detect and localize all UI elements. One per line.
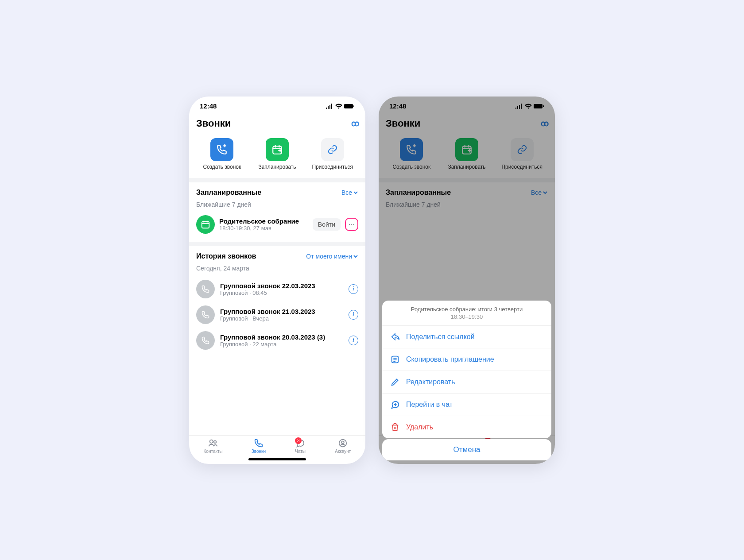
svg-rect-3	[202, 221, 209, 228]
share-icon	[390, 332, 400, 342]
info-icon[interactable]: i	[349, 336, 358, 345]
status-icons	[326, 104, 355, 109]
status-time: 12:48	[200, 102, 217, 110]
svg-rect-0	[344, 104, 353, 108]
tab-chats[interactable]: 3Чаты	[294, 438, 306, 454]
scheduled-filter[interactable]: Все	[341, 189, 358, 196]
sheet-header: Родительское собрание: итоги 3 четверти …	[382, 301, 551, 326]
status-bar: 12:48	[189, 97, 365, 116]
page-header: Звонки ꝏ	[189, 116, 365, 135]
svg-point-7	[342, 441, 345, 444]
calendar-plus-icon	[266, 138, 289, 161]
history-section: История звонков От моего имени Сегодня, …	[189, 246, 365, 353]
sheet-copy[interactable]: Скопировать приглашение	[382, 348, 551, 371]
info-icon[interactable]: i	[349, 284, 358, 294]
link-icon	[321, 138, 344, 161]
sheet-edit[interactable]: Редактировать	[382, 371, 551, 394]
history-item[interactable]: Групповой звонок 21.03.2023Групповой · В…	[196, 302, 358, 328]
event-title: Родительское собрание	[219, 217, 308, 225]
chevron-down-icon	[353, 190, 358, 195]
phone-right: 12:48 Звонкиꝏ Создать звонок Запланирова…	[379, 97, 555, 464]
phone-icon	[196, 305, 215, 324]
event-more-button[interactable]: ···	[345, 218, 358, 231]
scheduled-section: Запланированные Все Ближайшие 7 дней Род…	[189, 182, 365, 246]
sheet-cancel[interactable]: Отмена	[382, 439, 551, 460]
chats-badge: 3	[295, 437, 302, 444]
sheet-time: 18:30–19:30	[389, 313, 544, 320]
history-filter[interactable]: От моего имени	[306, 253, 358, 260]
signal-icon	[326, 104, 333, 109]
schedule-button[interactable]: Запланировать	[251, 138, 304, 170]
battery-icon	[344, 104, 355, 109]
phone-icon	[196, 280, 215, 298]
sheet-delete[interactable]: Удалить	[382, 416, 551, 438]
tab-account[interactable]: Аккаунт	[335, 438, 351, 454]
voicemail-icon[interactable]: ꝏ	[351, 119, 358, 128]
scheduled-title: Запланированные	[196, 189, 261, 197]
sheet-title: Родительское собрание: итоги 3 четверти	[389, 306, 544, 313]
wifi-icon	[335, 104, 342, 109]
calendar-icon	[196, 215, 215, 234]
svg-point-4	[210, 440, 213, 443]
phone-plus-icon	[210, 138, 233, 161]
event-join-button[interactable]: Войти	[313, 218, 341, 231]
history-item[interactable]: Групповой звонок 20.03.2023 (3)Групповой…	[196, 328, 358, 353]
copy-icon	[390, 355, 400, 364]
info-icon[interactable]: i	[349, 310, 358, 320]
sheet-share[interactable]: Поделиться ссылкой	[382, 326, 551, 348]
create-call-button[interactable]: Создать звонок	[195, 138, 248, 170]
sheet-chat[interactable]: Перейти в чат	[382, 394, 551, 416]
history-item[interactable]: Групповой звонок 22.03.2023Групповой · 0…	[196, 276, 358, 302]
history-title: История звонков	[196, 252, 256, 260]
trash-icon	[390, 422, 400, 432]
tab-calls[interactable]: Звонки	[252, 438, 266, 454]
event-subtitle: 18:30-19:30, 27 мая	[219, 225, 308, 232]
scheduled-event[interactable]: Родительское собрание 18:30-19:30, 27 ма…	[189, 212, 365, 246]
phone-icon	[196, 331, 215, 350]
svg-point-5	[214, 440, 217, 443]
action-sheet: Родительское собрание: итоги 3 четверти …	[382, 301, 551, 438]
pencil-icon	[390, 377, 400, 387]
quick-actions: Создать звонок Запланировать Присоединит…	[189, 135, 365, 182]
svg-rect-1	[353, 105, 354, 107]
chevron-down-icon	[353, 254, 358, 259]
home-indicator[interactable]	[248, 458, 306, 460]
tab-contacts[interactable]: Контакты	[204, 438, 223, 454]
chat-arrow-icon	[390, 400, 400, 409]
tab-bar: Контакты Звонки 3Чаты Аккаунт	[189, 435, 365, 456]
page-title: Звонки	[196, 118, 231, 129]
phone-left: 12:48 Звонки ꝏ Создать звонок За	[189, 97, 365, 464]
join-button[interactable]: Присоединиться	[306, 138, 359, 170]
history-date: Сегодня, 24 марта	[196, 265, 358, 272]
scheduled-range: Ближайшие 7 дней	[196, 201, 358, 208]
